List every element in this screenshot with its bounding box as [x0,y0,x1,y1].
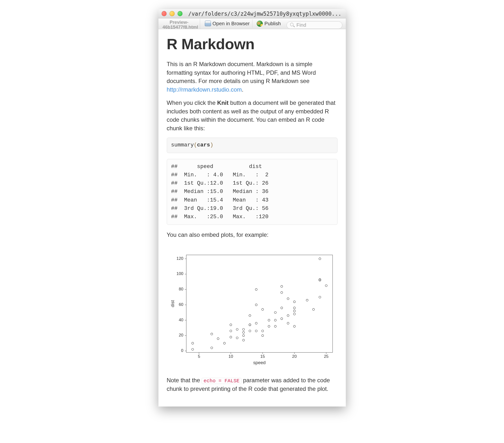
toolbar: Preview-46b15477f8.html Open in Browser … [159,18,346,29]
close-icon[interactable] [162,11,166,16]
svg-point-44 [249,324,251,326]
svg-point-38 [242,339,244,341]
svg-point-56 [274,319,276,321]
svg-point-48 [255,304,257,306]
svg-point-37 [236,328,238,330]
svg-point-57 [274,312,276,314]
svg-text:20: 20 [292,354,297,359]
minimize-icon[interactable] [169,11,174,16]
knit-bold: Knit [217,99,229,106]
svg-point-42 [249,330,251,332]
code-chunk: summary(cars) [167,138,338,153]
svg-point-67 [293,310,295,312]
svg-point-41 [242,328,244,330]
svg-point-54 [268,319,270,321]
svg-point-63 [287,315,289,317]
traffic-lights [162,11,182,16]
svg-point-52 [262,309,264,311]
titlebar: /var/folders/c3/z24wjmw525710y8yxqtyplxw… [159,9,346,18]
svg-text:20: 20 [179,333,183,337]
svg-point-76 [325,284,327,286]
find-container: Find [287,21,342,29]
rmarkdown-link[interactable]: http://rmarkdown.rstudio.com [167,86,242,93]
find-input[interactable]: Find [287,21,342,29]
svg-point-69 [293,301,295,303]
page-title: R Markdown [167,33,338,55]
svg-text:15: 15 [260,354,265,359]
svg-text:40: 40 [179,318,183,322]
svg-point-53 [268,325,270,327]
svg-point-66 [293,313,295,315]
svg-text:80: 80 [179,287,183,291]
text: This is an R Markdown document. Markdown… [167,61,316,84]
svg-point-34 [230,330,232,332]
svg-point-35 [230,324,232,326]
paragraph-echo: Note that the echo = FALSE parameter was… [167,376,338,393]
svg-point-32 [223,342,225,344]
svg-point-64 [287,298,289,300]
file-tab[interactable]: Preview-46b15477f8.html [159,19,200,29]
svg-text:25: 25 [324,354,328,359]
svg-point-75 [319,258,321,260]
code-fn: summary [171,142,194,148]
document-body: R Markdown This is an R Markdown documen… [159,29,346,407]
svg-point-49 [255,288,257,290]
svg-point-51 [262,330,264,332]
svg-point-39 [242,335,244,337]
scatter-plot: 510152025020406080100120speeddist [167,251,338,368]
text: . [242,86,243,93]
browser-icon [205,20,211,26]
paragraph-knit: When you click the Knit button a documen… [167,99,338,132]
text: Note that the [167,377,202,384]
search-icon [290,23,295,27]
svg-point-70 [306,299,308,301]
publish-button[interactable]: Publish [254,19,283,28]
svg-point-59 [281,307,283,309]
svg-point-68 [293,307,295,309]
svg-point-45 [249,315,251,317]
svg-point-46 [255,330,257,332]
window-title: /var/folders/c3/z24wjmw525710y8yxqtyplxw… [188,11,342,17]
svg-text:5: 5 [198,354,200,359]
paragraph-plots: You can also embed plots, for example: [167,231,338,239]
paragraph-intro: This is an R Markdown document. Markdown… [167,60,338,94]
svg-point-55 [274,325,276,327]
open-in-browser-button[interactable]: Open in Browser [202,19,252,28]
find-placeholder: Find [297,22,306,28]
svg-text:120: 120 [176,256,183,261]
svg-point-28 [192,342,194,344]
svg-point-40 [242,332,244,334]
code-identifier: cars [197,142,210,148]
publish-label: Publish [265,21,281,26]
window: /var/folders/c3/z24wjmw525710y8yxqtyplxw… [159,9,346,407]
svg-point-47 [255,322,257,324]
svg-text:100: 100 [176,272,183,276]
text: When you click the [167,99,217,106]
svg-point-71 [312,309,314,311]
svg-rect-0 [186,255,332,352]
svg-point-27 [192,349,194,351]
globe-icon [257,20,263,27]
svg-point-61 [281,285,283,287]
svg-point-33 [230,336,232,338]
open-in-browser-label: Open in Browser [212,21,250,26]
svg-text:0: 0 [181,348,183,353]
code-output: ## speed dist ## Min. : 4.0 Min. : 2 ## … [167,159,338,225]
svg-text:10: 10 [229,354,233,359]
svg-text:dist: dist [170,300,175,307]
svg-point-50 [262,335,264,337]
code-paren-close: ) [210,142,213,148]
svg-point-58 [281,318,283,319]
svg-point-29 [211,347,213,349]
svg-text:60: 60 [179,302,183,307]
svg-point-30 [211,333,213,335]
svg-point-31 [217,338,219,340]
svg-point-60 [281,292,283,294]
code-paren-open: ( [194,142,197,148]
svg-point-72 [319,296,321,298]
zoom-icon[interactable] [178,11,182,16]
toolbar-buttons: Open in Browser Publish [200,18,283,29]
inline-code-echo: echo = FALSE [201,378,241,384]
svg-point-36 [236,337,238,339]
svg-text:speed: speed [253,360,266,365]
